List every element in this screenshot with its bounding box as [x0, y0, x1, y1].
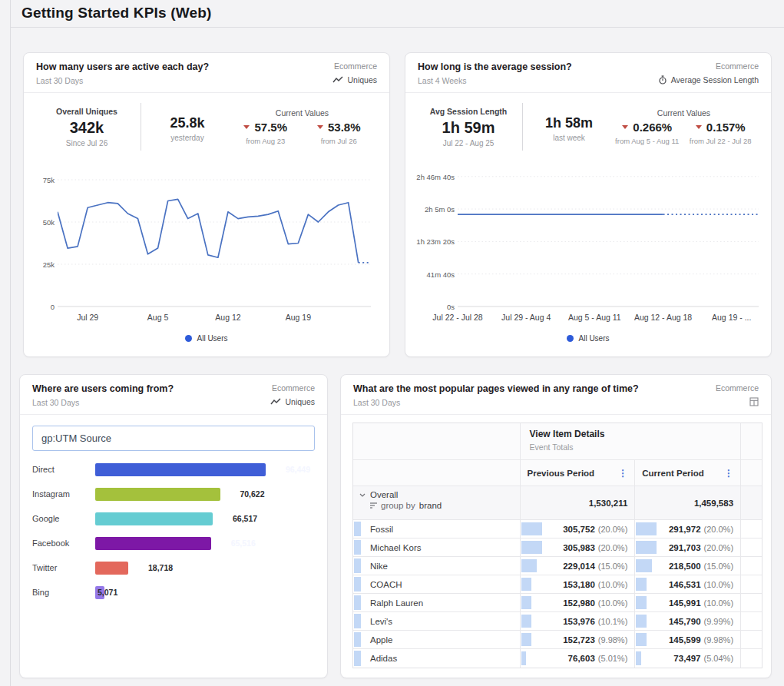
overall-empty-cell	[741, 486, 762, 519]
value-minibar	[521, 615, 532, 628]
overall-previous-value: 1,530,211	[589, 499, 628, 508]
board-name[interactable]: Ecommerce	[716, 383, 759, 393]
brand-label-cell: Michael Kors	[353, 539, 521, 556]
y-tick-label: 2h 46m 40s	[416, 173, 455, 181]
metric-label: Uniques	[285, 397, 315, 406]
card-popular-pages: What are the most popular pages viewed i…	[340, 374, 772, 678]
delta-value: 0.157%	[706, 121, 746, 134]
card-active-users: How many users are active each day? Last…	[23, 52, 390, 357]
value-percent: (9.98%)	[704, 635, 734, 645]
page-title: Getting Started KPIs (Web)	[22, 5, 212, 22]
card-header: How many users are active each day? Last…	[24, 53, 389, 93]
board-name[interactable]: Ecommerce	[270, 383, 315, 393]
period-value-cell: 76,603(5.01%)	[521, 649, 636, 668]
value-minibar	[521, 578, 532, 591]
value-minibar	[636, 615, 647, 628]
kebab-menu-icon[interactable]: ⋮	[724, 468, 733, 479]
utm-bar-google[interactable]	[95, 512, 213, 525]
value-minibar	[636, 651, 641, 665]
value-percent: (10.1%)	[598, 617, 628, 626]
value-percent: (10.0%)	[704, 598, 734, 608]
line-chart-icon	[270, 398, 281, 406]
report-title[interactable]: How long is the average session?	[418, 61, 572, 72]
report-title[interactable]: Where are users coming from?	[32, 383, 174, 394]
date-range-label: Last 30 Days	[353, 398, 639, 407]
value: 152,980	[563, 598, 595, 608]
delta-caption: from Aug 5 - Aug 11	[610, 137, 684, 145]
card-header: Where are users coming from? Last 30 Day…	[20, 375, 327, 415]
utm-bar-facebook[interactable]	[95, 537, 211, 550]
report-title[interactable]: How many users are active each day?	[36, 61, 209, 72]
legend-item-all-users[interactable]: All Users	[185, 334, 227, 343]
bar-track: 96,449	[95, 463, 315, 476]
date-range-label: Last 4 Weeks	[418, 76, 572, 85]
y-tick-label: 25k	[43, 260, 55, 269]
value-percent: (20.0%)	[704, 525, 734, 534]
row-end-cell	[741, 594, 762, 611]
legend-item-all-users[interactable]: All Users	[567, 334, 609, 343]
board-name[interactable]: Ecommerce	[658, 61, 759, 71]
metric-row	[716, 397, 759, 406]
line-chart-svg	[58, 170, 371, 308]
brand-label-cell: Fossil	[353, 520, 521, 538]
value-minibar	[521, 522, 542, 535]
group-by-header[interactable]: gp:UTM Source	[32, 426, 315, 451]
board-name[interactable]: Ecommerce	[332, 61, 377, 71]
legend-dot	[567, 335, 574, 342]
period-value-cell: 152,980(10.0%)	[521, 594, 636, 611]
x-tick-label: Aug 19	[286, 313, 311, 322]
value-minibar	[521, 651, 527, 665]
y-tick-label: 0s	[447, 303, 455, 311]
group-by-label: group by	[381, 501, 415, 510]
row-end-cell	[741, 557, 762, 575]
value-minibar	[636, 559, 651, 572]
table-row: Fossil305,752(20.0%)291,972(20.0%)	[353, 520, 762, 539]
stat-label: Avg Session Length	[419, 107, 518, 116]
y-tick-label: 75k	[43, 176, 55, 184]
delta-caption: from Aug 23	[229, 137, 303, 145]
column-current-period[interactable]: Current Period ⋮	[635, 460, 741, 486]
utm-bar-instagram[interactable]	[95, 488, 220, 501]
table-header-row: View Item Details Event Totals	[353, 423, 762, 460]
row-marker	[354, 651, 361, 666]
utm-bar-direct[interactable]	[95, 463, 266, 476]
table-row: Ralph Lauren152,980(10.0%)145,991(10.0%)	[353, 594, 762, 612]
value: 291,703	[669, 543, 701, 552]
chevron-down-icon[interactable]	[359, 493, 366, 497]
plot-area	[58, 170, 371, 308]
report-title[interactable]: What are the most popular pages viewed i…	[353, 383, 639, 394]
table-row: Michael Kors305,983(20.0%)291,703(20.0%)	[353, 539, 762, 557]
value-minibar	[521, 541, 542, 554]
table-row: Apple152,723(9.98%)145,599(9.98%)	[353, 631, 762, 649]
value: 76,603	[568, 654, 595, 663]
delta-value: 53.8%	[328, 121, 361, 134]
utm-bar-row: Instagram70,622	[32, 482, 315, 506]
line-chart-avg-session: 0s41m 40s1h 23m 20s2h 5m 0s2h 46m 40s Ju…	[405, 168, 771, 353]
stat-caption: Since Jul 26	[38, 139, 136, 147]
bar-category-label: Facebook	[32, 539, 95, 548]
overall-current-value: 1,459,583	[694, 499, 733, 508]
value: 305,752	[563, 525, 595, 534]
event-name[interactable]: View Item Details	[530, 429, 731, 439]
column-previous-period[interactable]: Previous Period ⋮	[521, 460, 636, 486]
value-percent: (15.0%)	[598, 562, 628, 571]
stat-label: Overall Uniques	[38, 107, 136, 116]
overall-label: Overall	[370, 490, 398, 499]
row-end-cell	[741, 612, 762, 630]
brand-label-cell: Levi's	[353, 612, 521, 630]
bar-track: 5,071	[95, 586, 315, 599]
row-marker	[354, 577, 361, 592]
utm-bar-row: Direct96,449	[32, 457, 315, 482]
value: 73,497	[673, 654, 700, 663]
current-values-label: Current Values	[610, 108, 757, 118]
line-chart-icon	[332, 76, 343, 84]
utm-bar-twitter[interactable]	[95, 562, 128, 575]
header-empty-cell	[741, 423, 762, 459]
table-row: COACH153,180(10.0%)146,531(10.0%)	[353, 575, 762, 594]
row-end-cell	[741, 649, 762, 668]
row-marker	[354, 558, 361, 573]
value: 229,014	[563, 562, 595, 571]
bar-track: 18,718	[95, 562, 315, 575]
kebab-menu-icon[interactable]: ⋮	[618, 468, 627, 479]
group-by-chip[interactable]: group by brand	[359, 501, 514, 510]
